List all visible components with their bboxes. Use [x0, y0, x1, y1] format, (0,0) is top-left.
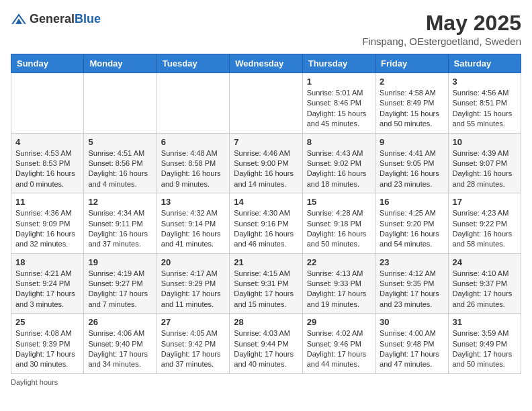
day-info: Sunrise: 4:41 AMSunset: 9:05 PMDaylight:…: [380, 148, 443, 190]
day-cell: [11, 73, 84, 134]
day-number: 21: [234, 257, 298, 267]
footer-note: Daylight hours: [11, 378, 521, 386]
day-number: 25: [15, 317, 79, 327]
day-number: 22: [307, 257, 371, 267]
day-info: Sunrise: 4:25 AMSunset: 9:20 PMDaylight:…: [380, 208, 443, 250]
day-number: 4: [15, 137, 79, 147]
day-cell: 21Sunrise: 4:15 AMSunset: 9:31 PMDayligh…: [230, 253, 302, 314]
month-title: May 2025: [362, 11, 521, 36]
column-header-sunday: Sunday: [11, 54, 84, 73]
day-number: 3: [453, 77, 517, 87]
day-info: Sunrise: 4:30 AMSunset: 9:16 PMDaylight:…: [234, 208, 298, 250]
week-row-1: 1Sunrise: 5:01 AMSunset: 8:46 PMDaylight…: [11, 73, 521, 134]
day-number: 8: [307, 137, 371, 147]
day-info: Sunrise: 3:59 AMSunset: 9:49 PMDaylight:…: [453, 328, 517, 370]
week-row-3: 11Sunrise: 4:36 AMSunset: 9:09 PMDayligh…: [11, 193, 521, 254]
day-cell: 5Sunrise: 4:51 AMSunset: 8:56 PMDaylight…: [84, 133, 157, 193]
day-info: Sunrise: 4:46 AMSunset: 9:00 PMDaylight:…: [234, 148, 298, 190]
day-cell: 3Sunrise: 4:56 AMSunset: 8:51 PMDaylight…: [448, 73, 521, 134]
day-cell: 30Sunrise: 4:00 AMSunset: 9:48 PMDayligh…: [375, 314, 448, 374]
day-cell: 9Sunrise: 4:41 AMSunset: 9:05 PMDaylight…: [375, 133, 448, 193]
day-number: 9: [380, 137, 443, 147]
day-info: Sunrise: 4:13 AMSunset: 9:33 PMDaylight:…: [307, 269, 371, 310]
day-cell: 14Sunrise: 4:30 AMSunset: 9:16 PMDayligh…: [230, 193, 302, 254]
day-number: 1: [307, 77, 371, 87]
day-cell: 20Sunrise: 4:17 AMSunset: 9:29 PMDayligh…: [157, 253, 229, 314]
column-header-thursday: Thursday: [302, 54, 375, 73]
day-cell: 10Sunrise: 4:39 AMSunset: 9:07 PMDayligh…: [448, 133, 521, 193]
day-info: Sunrise: 4:05 AMSunset: 9:42 PMDaylight:…: [161, 328, 225, 370]
day-info: Sunrise: 4:53 AMSunset: 8:53 PMDaylight:…: [15, 148, 79, 190]
title-area: May 2025 Finspang, OEstergoetland, Swede…: [362, 11, 521, 47]
day-cell: [157, 73, 229, 134]
week-row-2: 4Sunrise: 4:53 AMSunset: 8:53 PMDaylight…: [11, 133, 521, 193]
day-cell: 29Sunrise: 4:02 AMSunset: 9:46 PMDayligh…: [302, 314, 375, 374]
day-info: Sunrise: 4:36 AMSunset: 9:09 PMDaylight:…: [15, 208, 79, 250]
column-header-monday: Monday: [84, 54, 157, 73]
day-cell: 13Sunrise: 4:32 AMSunset: 9:14 PMDayligh…: [157, 193, 229, 254]
day-number: 18: [15, 257, 79, 267]
day-info: Sunrise: 4:21 AMSunset: 9:24 PMDaylight:…: [15, 269, 79, 310]
week-row-4: 18Sunrise: 4:21 AMSunset: 9:24 PMDayligh…: [11, 253, 521, 314]
day-number: 23: [380, 257, 443, 267]
day-info: Sunrise: 4:34 AMSunset: 9:11 PMDaylight:…: [88, 208, 152, 250]
day-number: 10: [453, 137, 517, 147]
day-number: 12: [88, 197, 152, 207]
day-cell: 16Sunrise: 4:25 AMSunset: 9:20 PMDayligh…: [375, 193, 448, 254]
day-number: 17: [453, 197, 517, 207]
header-row: SundayMondayTuesdayWednesdayThursdayFrid…: [11, 54, 521, 73]
day-cell: 12Sunrise: 4:34 AMSunset: 9:11 PMDayligh…: [84, 193, 157, 254]
day-cell: 22Sunrise: 4:13 AMSunset: 9:33 PMDayligh…: [302, 253, 375, 314]
day-number: 7: [234, 137, 298, 147]
logo-general-text: General: [30, 12, 75, 26]
day-number: 6: [161, 137, 225, 147]
day-cell: 11Sunrise: 4:36 AMSunset: 9:09 PMDayligh…: [11, 193, 84, 254]
day-number: 27: [161, 317, 225, 327]
day-number: 13: [161, 197, 225, 207]
day-info: Sunrise: 4:58 AMSunset: 8:49 PMDaylight:…: [380, 88, 443, 130]
day-cell: 1Sunrise: 5:01 AMSunset: 8:46 PMDaylight…: [302, 73, 375, 134]
day-cell: 17Sunrise: 4:23 AMSunset: 9:22 PMDayligh…: [448, 193, 521, 254]
day-number: 16: [380, 197, 443, 207]
day-info: Sunrise: 4:12 AMSunset: 9:35 PMDaylight:…: [380, 269, 443, 310]
day-number: 24: [453, 257, 517, 267]
day-info: Sunrise: 4:03 AMSunset: 9:44 PMDaylight:…: [234, 328, 298, 370]
page-header: GeneralBlue May 2025 Finspang, OEstergoe…: [11, 11, 521, 47]
day-cell: 2Sunrise: 4:58 AMSunset: 8:49 PMDaylight…: [375, 73, 448, 134]
location-title: Finspang, OEstergoetland, Sweden: [362, 36, 521, 47]
day-info: Sunrise: 4:32 AMSunset: 9:14 PMDaylight:…: [161, 208, 225, 250]
column-header-friday: Friday: [375, 54, 448, 73]
day-info: Sunrise: 5:01 AMSunset: 8:46 PMDaylight:…: [307, 88, 371, 130]
day-number: 30: [380, 317, 443, 327]
day-cell: [230, 73, 302, 134]
day-info: Sunrise: 4:08 AMSunset: 9:39 PMDaylight:…: [15, 328, 79, 370]
day-number: 28: [234, 317, 298, 327]
day-cell: 6Sunrise: 4:48 AMSunset: 8:58 PMDaylight…: [157, 133, 229, 193]
day-info: Sunrise: 4:06 AMSunset: 9:40 PMDaylight:…: [88, 328, 152, 370]
day-info: Sunrise: 4:39 AMSunset: 9:07 PMDaylight:…: [453, 148, 517, 190]
day-cell: 8Sunrise: 4:43 AMSunset: 9:02 PMDaylight…: [302, 133, 375, 193]
logo-icon: [11, 11, 27, 27]
week-row-5: 25Sunrise: 4:08 AMSunset: 9:39 PMDayligh…: [11, 314, 521, 374]
day-number: 31: [453, 317, 517, 327]
day-cell: 27Sunrise: 4:05 AMSunset: 9:42 PMDayligh…: [157, 314, 229, 374]
day-cell: 15Sunrise: 4:28 AMSunset: 9:18 PMDayligh…: [302, 193, 375, 254]
day-info: Sunrise: 4:02 AMSunset: 9:46 PMDaylight:…: [307, 328, 371, 370]
day-cell: 25Sunrise: 4:08 AMSunset: 9:39 PMDayligh…: [11, 314, 84, 374]
logo: GeneralBlue: [11, 11, 101, 27]
day-info: Sunrise: 4:19 AMSunset: 9:27 PMDaylight:…: [88, 269, 152, 310]
day-cell: 23Sunrise: 4:12 AMSunset: 9:35 PMDayligh…: [375, 253, 448, 314]
day-number: 19: [88, 257, 152, 267]
day-info: Sunrise: 4:17 AMSunset: 9:29 PMDaylight:…: [161, 269, 225, 310]
day-cell: [84, 73, 157, 134]
day-cell: 19Sunrise: 4:19 AMSunset: 9:27 PMDayligh…: [84, 253, 157, 314]
day-number: 20: [161, 257, 225, 267]
calendar-table: SundayMondayTuesdayWednesdayThursdayFrid…: [11, 54, 521, 374]
day-number: 2: [380, 77, 443, 87]
day-info: Sunrise: 4:23 AMSunset: 9:22 PMDaylight:…: [453, 208, 517, 250]
day-info: Sunrise: 4:15 AMSunset: 9:31 PMDaylight:…: [234, 269, 298, 310]
day-cell: 28Sunrise: 4:03 AMSunset: 9:44 PMDayligh…: [230, 314, 302, 374]
column-header-wednesday: Wednesday: [230, 54, 302, 73]
day-info: Sunrise: 4:56 AMSunset: 8:51 PMDaylight:…: [453, 88, 517, 130]
column-header-saturday: Saturday: [448, 54, 521, 73]
